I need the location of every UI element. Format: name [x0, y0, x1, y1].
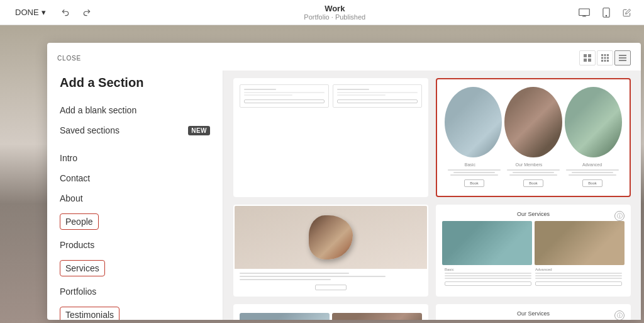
svg-rect-12 — [607, 57, 609, 59]
text-col-1 — [445, 169, 504, 176]
top-bar: DONE ▾ Work Portfolio · Published — [0, 0, 644, 25]
card-buttons-row: Book Book Book — [442, 177, 625, 191]
template-cards-grid: Basic Our Members Advanced — [233, 76, 631, 320]
desktop-view-button[interactable] — [576, 6, 592, 20]
close-button[interactable]: CLOSE — [57, 55, 81, 62]
svg-rect-7 — [601, 54, 603, 56]
circle-img-1 — [445, 87, 502, 157]
template-card-people-list[interactable]: Basic Our Members — [233, 304, 428, 320]
svg-rect-13 — [601, 60, 603, 62]
services-img-1 — [442, 221, 532, 265]
edit-icon-button[interactable] — [620, 6, 634, 20]
redo-button[interactable] — [80, 6, 94, 20]
svg-rect-3 — [584, 54, 587, 57]
content-area: Basic Our Members Advanced — [223, 71, 641, 320]
add-section-modal: CLOSE — [47, 43, 641, 320]
svg-rect-1 — [603, 8, 609, 17]
svg-point-2 — [606, 15, 606, 16]
template-card-services-alt[interactable]: Our Services ⓘ — [436, 304, 631, 320]
grid-large-button[interactable] — [579, 50, 596, 65]
sidebar-item-portfolios-label: Portfolios — [60, 286, 96, 297]
chevron-down-icon: ▾ — [42, 8, 46, 17]
sidebar-item-products[interactable]: Products — [47, 235, 223, 255]
svg-rect-11 — [604, 57, 606, 59]
sidebar-item-intro-label: Intro — [60, 153, 77, 163]
modal-header: CLOSE — [47, 43, 641, 71]
view-toggle — [579, 50, 631, 65]
card-btn-basic: Book — [464, 179, 484, 187]
svg-rect-0 — [579, 9, 590, 16]
template-card-services-two-col[interactable]: Our Services Basic — [436, 205, 631, 297]
undo-button[interactable] — [58, 6, 72, 20]
template-card-pricing[interactable] — [233, 78, 428, 197]
svc-col-basic: Basic — [445, 268, 531, 286]
sidebar-item-products-label: Products — [60, 240, 94, 250]
card-inner-people-circles: Basic Our Members Advanced — [437, 79, 630, 196]
sidebar-item-about-label: About — [60, 193, 83, 203]
modal-title: Add a Section — [47, 71, 223, 100]
circle-img-3 — [565, 87, 622, 157]
sidebar: Add a Section Add a blank section Saved … — [47, 71, 223, 320]
done-button[interactable]: DONE ▾ — [10, 5, 51, 20]
services-footer: Basic Advanced — [442, 265, 625, 288]
info-icon-services-alt[interactable]: ⓘ — [614, 310, 625, 320]
sidebar-item-testimonials-label: Testimonials — [60, 307, 119, 320]
sidebar-item-people[interactable]: People — [47, 208, 223, 235]
sidebar-item-testimonials[interactable]: Testimonials — [47, 302, 223, 320]
template-card-people-circles[interactable]: Basic Our Members Advanced — [436, 78, 631, 197]
svg-rect-5 — [584, 59, 587, 62]
svg-rect-14 — [604, 60, 606, 62]
svc-col-advanced: Advanced — [535, 268, 622, 286]
services-preview: Our Services Basic — [437, 206, 630, 293]
sidebar-item-services-label: Services — [60, 260, 105, 276]
info-icon-services[interactable]: ⓘ — [614, 211, 625, 221]
top-bar-left: DONE ▾ — [10, 5, 94, 20]
label-standard: Our Members — [516, 162, 543, 167]
sidebar-item-portfolios[interactable]: Portfolios — [47, 281, 223, 302]
sidebar-item-saved[interactable]: Saved sections NEW — [47, 120, 223, 140]
product-preview — [235, 206, 427, 269]
card-labels-row: Basic Our Members Advanced — [442, 160, 625, 168]
svg-rect-16 — [619, 55, 626, 56]
template-card-product[interactable] — [233, 205, 428, 297]
product-details — [235, 269, 427, 295]
sidebar-item-intro[interactable]: Intro — [47, 148, 223, 168]
svg-rect-17 — [619, 57, 626, 59]
svg-rect-8 — [604, 54, 606, 56]
text-col-3 — [563, 169, 622, 176]
grid-medium-button[interactable] — [597, 50, 613, 65]
services-alt-title: Our Services — [442, 310, 625, 317]
top-bar-center: Work Portfolio · Published — [304, 4, 365, 21]
card-inner-pricing — [235, 79, 427, 115]
circles-preview — [442, 84, 625, 160]
tablet-view-button[interactable] — [600, 5, 613, 20]
svg-rect-4 — [588, 54, 591, 57]
card-text-lines — [442, 168, 625, 177]
new-badge: NEW — [188, 126, 210, 135]
sidebar-item-contact[interactable]: Contact — [47, 168, 223, 188]
sidebar-item-saved-label: Saved sections — [60, 125, 119, 135]
sidebar-item-blank[interactable]: Add a blank section — [47, 100, 223, 120]
card-btn-standard: Book — [523, 179, 543, 187]
sidebar-item-services[interactable]: Services — [47, 255, 223, 281]
services-alt-preview: Our Services — [437, 305, 630, 320]
list-view-button[interactable] — [614, 50, 631, 65]
label-basic: Basic — [465, 162, 475, 167]
services-title: Our Services — [442, 211, 625, 217]
label-advanced: Advanced — [582, 162, 602, 167]
svg-rect-6 — [588, 59, 591, 62]
services-img-2 — [535, 221, 625, 265]
sidebar-item-about[interactable]: About — [47, 188, 223, 208]
svg-rect-9 — [607, 54, 609, 56]
text-col-2 — [504, 169, 563, 176]
page-title: Work — [304, 4, 365, 13]
modal-body: Add a Section Add a blank section Saved … — [47, 71, 641, 320]
sidebar-item-contact-label: Contact — [60, 173, 90, 183]
done-label: DONE — [15, 8, 39, 17]
card-btn-advanced: Book — [582, 179, 602, 187]
page-subtitle: Portfolio · Published — [304, 13, 365, 21]
services-images — [442, 221, 625, 265]
card-inner-people-list: Basic Our Members — [235, 305, 427, 320]
product-bowl-image — [235, 206, 427, 269]
top-bar-right — [576, 5, 634, 20]
